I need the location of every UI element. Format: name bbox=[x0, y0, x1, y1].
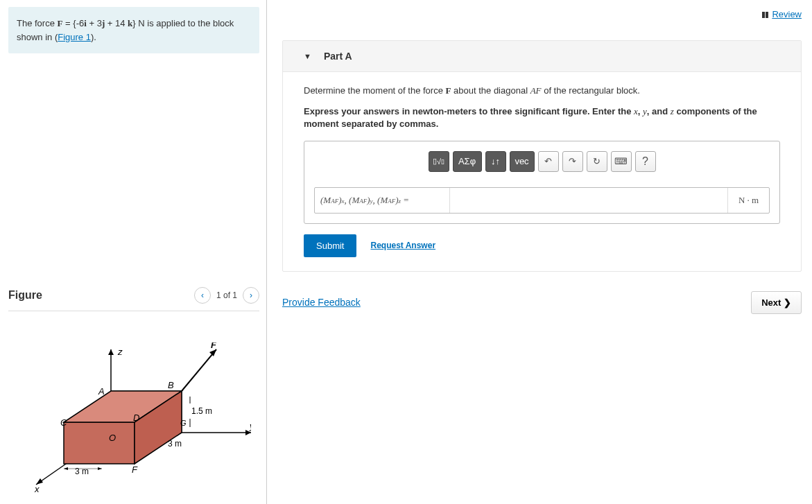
answer-label: (MAF)x, (MAF)y, (MAF)z = bbox=[315, 188, 450, 213]
provide-feedback-link[interactable]: Provide Feedback bbox=[282, 297, 361, 308]
figure-diagram: z y x A B bbox=[8, 311, 259, 497]
svg-marker-1 bbox=[108, 349, 114, 355]
next-button[interactable]: Next ❯ bbox=[751, 291, 802, 314]
dim-3a: 3 m bbox=[168, 439, 182, 449]
figure-counter: 1 of 1 bbox=[216, 290, 237, 300]
axis-x: x bbox=[34, 484, 40, 494]
label-B: B bbox=[168, 380, 174, 390]
undo-button[interactable]: ↶ bbox=[538, 151, 559, 172]
part-a-section: ▼ Part A Determine the moment of the for… bbox=[282, 40, 802, 272]
problem-statement: The force F = {-6i + 3j + 14 k} N is app… bbox=[8, 7, 259, 53]
keyboard-button[interactable]: ⌨ bbox=[611, 151, 632, 172]
label-C: C bbox=[60, 417, 67, 428]
svg-marker-15 bbox=[64, 467, 68, 470]
template-button[interactable]: ▯√▯ bbox=[429, 151, 449, 172]
figure-title: Figure bbox=[8, 289, 42, 302]
label-D: D bbox=[133, 412, 139, 423]
redo-button[interactable]: ↷ bbox=[562, 151, 583, 172]
problem-text-6: ). bbox=[91, 32, 96, 42]
label-O: O bbox=[109, 433, 116, 443]
figure-next-button[interactable]: › bbox=[243, 287, 259, 304]
dim-15: 1.5 m bbox=[191, 406, 212, 416]
svg-marker-11 bbox=[209, 349, 216, 356]
review-icon bbox=[761, 12, 769, 19]
answer-box: ▯√▯ ΑΣφ ↓↑ vec ↶ ↷ ↻ ⌨ ? (MAF)x, (MAF)y,… bbox=[304, 141, 780, 224]
label-Fvector: F bbox=[211, 342, 217, 350]
question-text: Determine the moment of the force F abou… bbox=[304, 85, 780, 97]
svg-marker-7 bbox=[64, 422, 135, 464]
problem-text-3: + 3 bbox=[87, 18, 102, 28]
svg-line-10 bbox=[182, 349, 216, 391]
axis-y: y bbox=[249, 421, 251, 431]
subsup-button[interactable]: ↓↑ bbox=[485, 151, 506, 172]
label-G: G bbox=[180, 419, 187, 427]
axis-z: z bbox=[117, 347, 123, 357]
vec-button[interactable]: vec bbox=[510, 151, 535, 172]
caret-down-icon: ▼ bbox=[304, 52, 311, 60]
answer-input[interactable] bbox=[450, 188, 727, 213]
review-link[interactable]: Review bbox=[761, 9, 802, 19]
problem-text-2: = {-6 bbox=[62, 18, 84, 28]
instruction-text: Express your answers in newton-meters to… bbox=[304, 105, 780, 130]
part-a-header[interactable]: ▼ Part A bbox=[283, 41, 801, 72]
greek-button[interactable]: ΑΣφ bbox=[453, 151, 482, 172]
unit-label: N · m bbox=[727, 188, 769, 213]
part-a-title: Part A bbox=[324, 51, 352, 62]
svg-marker-16 bbox=[98, 467, 102, 470]
figure-prev-button[interactable]: ‹ bbox=[194, 287, 211, 304]
help-button[interactable]: ? bbox=[635, 151, 656, 172]
figure-link[interactable]: Figure 1 bbox=[58, 32, 91, 42]
dim-3b: 3 m bbox=[75, 467, 89, 476]
label-Fcorner: F bbox=[132, 464, 138, 475]
label-A: A bbox=[98, 386, 105, 397]
problem-text-4: + 14 bbox=[105, 18, 128, 28]
problem-text-1: The force bbox=[17, 18, 58, 28]
reset-button[interactable]: ↻ bbox=[587, 151, 607, 172]
submit-button[interactable]: Submit bbox=[304, 234, 356, 257]
request-answer-link[interactable]: Request Answer bbox=[370, 241, 435, 250]
